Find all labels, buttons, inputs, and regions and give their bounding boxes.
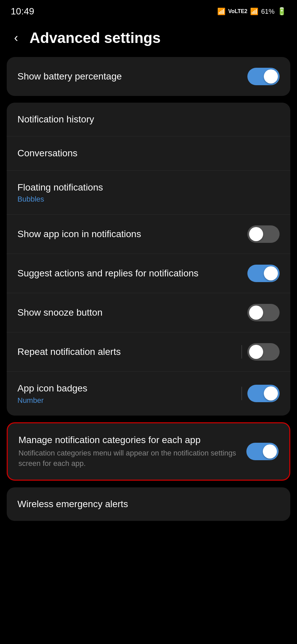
toggle-knob xyxy=(263,444,277,459)
manage-categories-section: Manage notification categories for each … xyxy=(7,422,290,481)
toggle-slider xyxy=(247,265,280,282)
wireless-emergency-item[interactable]: Wireless emergency alerts xyxy=(7,487,290,521)
show-battery-percentage-title: Show battery percentage xyxy=(17,70,241,83)
conversations-content: Conversations xyxy=(17,147,280,159)
vertical-divider xyxy=(241,345,242,359)
app-icon-badges-content: App icon badges Number xyxy=(17,382,241,405)
manage-categories-title: Manage notification categories for each … xyxy=(18,434,240,446)
suggest-actions-content: Suggest actions and replies for notifica… xyxy=(17,267,247,279)
show-battery-percentage-toggle[interactable] xyxy=(247,68,280,85)
app-icon-badges-title: App icon badges xyxy=(17,382,235,394)
show-snooze-title: Show snooze button xyxy=(17,307,241,319)
notification-history-title: Notification history xyxy=(17,113,273,125)
toggle-slider xyxy=(247,68,280,85)
show-app-icon-item[interactable]: Show app icon in notifications xyxy=(7,215,290,254)
status-time: 10:49 xyxy=(11,6,34,17)
manage-categories-description: Notification categories menu will appear… xyxy=(18,448,240,469)
app-icon-badges-toggle[interactable] xyxy=(247,385,280,402)
toggle-knob xyxy=(249,227,263,241)
manage-categories-content: Manage notification categories for each … xyxy=(18,434,246,469)
battery-section: Show battery percentage xyxy=(7,57,290,96)
manage-categories-toggle[interactable] xyxy=(246,443,279,460)
status-bar: 10:49 📶 VoLTE2 📶 61% 🔋 xyxy=(0,0,297,20)
toggle-slider xyxy=(247,343,280,361)
toggle-slider xyxy=(247,304,280,321)
repeat-alerts-item[interactable]: Repeat notification alerts xyxy=(7,332,290,372)
notification-history-content: Notification history xyxy=(17,113,280,125)
lte-icon: VoLTE2 xyxy=(228,8,247,14)
status-icons: 📶 VoLTE2 📶 61% 🔋 xyxy=(217,7,286,16)
toggle-knob xyxy=(264,69,278,84)
floating-notifications-content: Floating notifications Bubbles xyxy=(17,181,280,204)
show-snooze-toggle[interactable] xyxy=(247,304,280,321)
wireless-emergency-title: Wireless emergency alerts xyxy=(17,498,273,510)
show-snooze-item[interactable]: Show snooze button xyxy=(7,293,290,332)
notifications-section: Notification history Conversations Float… xyxy=(7,103,290,416)
toggle-slider xyxy=(247,225,280,243)
show-app-icon-title: Show app icon in notifications xyxy=(17,228,241,240)
vertical-divider xyxy=(241,387,242,400)
signal-icon: 📶 xyxy=(217,7,226,15)
suggest-actions-title: Suggest actions and replies for notifica… xyxy=(17,267,241,279)
suggest-actions-item[interactable]: Suggest actions and replies for notifica… xyxy=(7,254,290,293)
toggle-slider xyxy=(247,385,280,402)
conversations-title: Conversations xyxy=(17,147,273,159)
toggle-knob xyxy=(264,266,278,280)
page-header: ‹ Advanced settings xyxy=(0,20,297,57)
show-battery-percentage-item[interactable]: Show battery percentage xyxy=(7,57,290,96)
page-title: Advanced settings xyxy=(29,30,161,46)
battery-percent: 61% xyxy=(261,8,275,15)
floating-notifications-title: Floating notifications xyxy=(17,181,273,194)
show-app-icon-toggle[interactable] xyxy=(247,225,280,243)
signal2-icon: 📶 xyxy=(250,7,258,15)
repeat-alerts-content: Repeat notification alerts xyxy=(17,346,241,358)
app-icon-badges-subtitle: Number xyxy=(17,396,235,405)
battery-icon: 🔋 xyxy=(277,7,286,16)
toggle-knob xyxy=(264,386,278,400)
toggle-knob xyxy=(249,345,263,359)
toggle-knob xyxy=(249,306,263,320)
floating-notifications-subtitle: Bubbles xyxy=(17,195,273,204)
show-battery-percentage-content: Show battery percentage xyxy=(17,70,247,83)
app-icon-badges-item[interactable]: App icon badges Number xyxy=(7,372,290,415)
emergency-section: Wireless emergency alerts xyxy=(7,487,290,521)
manage-categories-item[interactable]: Manage notification categories for each … xyxy=(8,423,289,480)
show-snooze-content: Show snooze button xyxy=(17,307,247,319)
floating-notifications-item[interactable]: Floating notifications Bubbles xyxy=(7,171,290,215)
back-button[interactable]: ‹ xyxy=(8,30,24,46)
show-app-icon-content: Show app icon in notifications xyxy=(17,228,247,240)
conversations-item[interactable]: Conversations xyxy=(7,137,290,170)
suggest-actions-toggle[interactable] xyxy=(247,265,280,282)
repeat-alerts-title: Repeat notification alerts xyxy=(17,346,235,358)
toggle-slider xyxy=(246,443,279,460)
repeat-alerts-toggle[interactable] xyxy=(247,343,280,361)
back-icon: ‹ xyxy=(14,31,18,45)
notification-history-item[interactable]: Notification history xyxy=(7,103,290,137)
wireless-emergency-content: Wireless emergency alerts xyxy=(17,498,280,510)
